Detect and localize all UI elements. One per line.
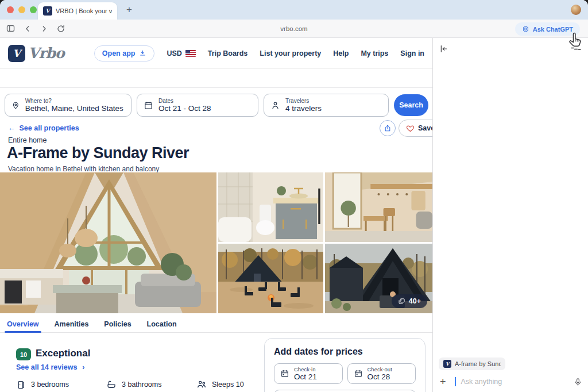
assistant-sidebar: V A-frame by Sunday R + Ask anything	[432, 38, 588, 392]
photo-interior-main[interactable]	[0, 172, 216, 313]
back-icon[interactable]	[23, 24, 32, 33]
vrbo-favicon-icon: V	[443, 360, 451, 368]
url-display[interactable]: vrbo.com	[0, 25, 588, 32]
tab-location[interactable]: Location	[147, 316, 177, 332]
nav-my-trips[interactable]: My trips	[361, 49, 388, 57]
browser-toolbar: vrbo.com Ask ChatGPT	[0, 20, 588, 38]
minimize-window-button[interactable]	[18, 6, 25, 13]
location-pin-icon	[11, 101, 20, 110]
open-app-button[interactable]: Open app	[94, 45, 155, 62]
calendar-icon	[354, 369, 363, 378]
nav-list-your-property[interactable]: List your property	[260, 49, 321, 57]
fact-bedrooms: 3 bedrooms	[16, 379, 106, 390]
dates-field[interactable]: Dates Oct 21 - Oct 28	[137, 94, 258, 117]
tab-title: VRBO | Book your vaca	[56, 7, 112, 14]
browser-window: V VRBO | Book your vaca + vrbo.com Ask C…	[0, 0, 588, 392]
profile-avatar[interactable]	[571, 5, 581, 15]
checkin-field[interactable]: Check-in Oct 21	[274, 363, 343, 384]
see-all-properties-link[interactable]: ← See all properties	[8, 124, 79, 132]
price-card: Add dates for prices Check-in Oct 21 Che…	[264, 338, 425, 392]
add-attachment-button[interactable]: +	[440, 376, 446, 387]
vrbo-page: V Vrbo Open app USD Trip Boards List you…	[0, 38, 432, 392]
share-icon	[384, 124, 392, 132]
person-icon	[270, 101, 280, 110]
nav-help[interactable]: Help	[333, 49, 349, 57]
us-flag-icon	[185, 50, 196, 57]
checkout-field[interactable]: Check-out Oct 28	[347, 363, 416, 384]
property-type: Entire home	[8, 136, 47, 144]
ask-input[interactable]: + Ask anything	[440, 374, 582, 389]
page-title: A-Frame by Sunday River	[7, 144, 189, 162]
page-subtitle: Vacation home in Bethel with kitchen and…	[8, 165, 159, 173]
ask-input-placeholder: Ask anything	[461, 378, 568, 386]
zoom-window-button[interactable]	[30, 6, 37, 13]
price-card-travelers-field[interactable]: Travelers	[274, 390, 416, 392]
search-bar: Where to? Bethel, Maine, United States o…	[5, 94, 428, 117]
bedroom-door-icon	[16, 380, 26, 390]
photo-exterior[interactable]: 40+	[325, 244, 432, 313]
ask-chatgpt-button[interactable]: Ask ChatGPT	[515, 22, 580, 36]
sidebar-toggle-icon[interactable]	[6, 24, 16, 33]
people-icon	[196, 379, 207, 390]
nav-trip-boards[interactable]: Trip Boards	[208, 49, 247, 57]
photo-dining-nook[interactable]	[325, 172, 432, 242]
property-facts: 3 bedrooms 3 bathrooms Sleeps 10	[16, 379, 244, 390]
calendar-icon	[280, 369, 289, 378]
save-button[interactable]: Save	[399, 120, 432, 137]
vrbo-site-header: V Vrbo Open app USD Trip Boards List you…	[0, 38, 432, 69]
traffic-lights	[7, 6, 37, 13]
reload-icon[interactable]	[56, 24, 65, 33]
tab-overview[interactable]: Overview	[7, 316, 39, 332]
vrbo-favicon-icon: V	[43, 6, 52, 16]
calendar-icon	[144, 101, 153, 110]
microphone-icon[interactable]	[574, 378, 582, 386]
vrbo-logo-icon: V	[8, 45, 25, 62]
photo-gallery: 40+	[0, 172, 432, 313]
section-tabs: Overview Amenities Policies Location	[0, 316, 432, 333]
browser-tab-bar: V VRBO | Book your vaca +	[0, 0, 588, 20]
chevron-right-icon: ›	[82, 363, 84, 371]
more-photos-badge[interactable]: 40+	[392, 294, 427, 308]
tab-amenities[interactable]: Amenities	[55, 316, 89, 332]
photo-fire-pit[interactable]	[218, 244, 323, 313]
collapse-sidebar-icon[interactable]	[439, 44, 448, 53]
photo-bathroom[interactable]	[218, 172, 323, 242]
download-icon	[139, 49, 146, 57]
chatgpt-icon	[522, 25, 529, 33]
destination-field[interactable]: Where to? Bethel, Maine, United States o…	[5, 94, 131, 117]
header-nav: Open app USD Trip Boards List your prope…	[94, 45, 424, 62]
nav-sign-in[interactable]: Sign in	[400, 49, 424, 57]
forward-icon[interactable]	[40, 24, 49, 33]
fact-sleeps: Sleeps 10	[196, 379, 244, 390]
rating-label: Exceptional	[36, 348, 90, 359]
page-context-chip[interactable]: V A-frame by Sunday R	[439, 358, 505, 370]
tab-policies[interactable]: Policies	[104, 316, 131, 332]
fact-bathrooms: 3 bathrooms	[106, 379, 196, 390]
text-cursor	[455, 377, 456, 386]
price-card-title: Add dates for prices	[274, 347, 416, 357]
search-button[interactable]: Search	[394, 94, 428, 116]
photos-stack-icon	[398, 298, 405, 305]
bathtub-icon	[106, 379, 117, 390]
vrbo-logo[interactable]: V Vrbo	[8, 45, 64, 62]
rating-badge: 10	[16, 348, 31, 360]
back-arrow-icon: ←	[8, 124, 16, 132]
divider	[0, 87, 432, 88]
reviews-link[interactable]: See all 14 reviews ›	[16, 363, 85, 371]
heart-icon	[406, 124, 415, 133]
close-window-button[interactable]	[7, 6, 14, 13]
share-button[interactable]	[380, 120, 396, 136]
new-tab-button[interactable]: +	[126, 3, 132, 16]
browser-tab[interactable]: V VRBO | Book your vaca	[38, 2, 117, 20]
travelers-field[interactable]: Travelers 4 travelers	[264, 94, 389, 117]
currency-selector[interactable]: USD	[167, 49, 195, 57]
